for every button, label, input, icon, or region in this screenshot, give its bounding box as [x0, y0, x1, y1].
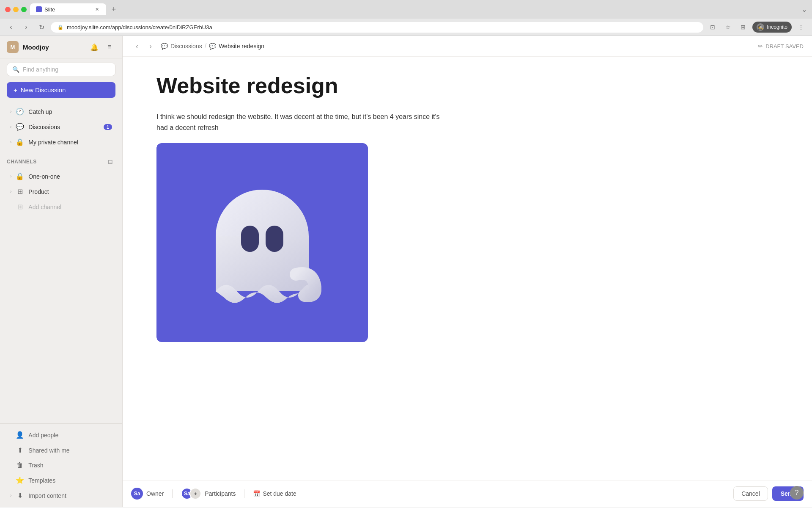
search-icon: 🔍: [12, 66, 19, 73]
breadcrumb: 💬 Discussions / 💬 Website redesign: [161, 42, 264, 50]
add-channel-label: Add channel: [28, 204, 112, 210]
app-container: M Moodjoy 🔔 ≡ 🔍 Find anything + New Disc…: [0, 36, 812, 507]
expand-icon: ›: [10, 140, 11, 144]
sidebar-item-import-content[interactable]: › ⬇ Import content: [3, 488, 119, 503]
search-box[interactable]: 🔍 Find anything: [7, 63, 115, 76]
reload-button[interactable]: ↻: [36, 21, 47, 33]
new-discussion-label: New Discussion: [21, 86, 66, 94]
svg-rect-3: [266, 226, 283, 252]
channels-action-button[interactable]: ⊟: [105, 157, 115, 167]
import-content-label: Import content: [28, 492, 66, 499]
catch-up-label: Catch up: [28, 108, 112, 115]
bookmark-button[interactable]: ☆: [722, 21, 734, 33]
active-tab[interactable]: Slite ✕: [30, 3, 106, 15]
close-window-button[interactable]: [5, 7, 11, 12]
sidebar-item-catch-up[interactable]: › 🕐 Catch up: [3, 104, 119, 119]
sidebar-toggle-button[interactable]: ≡: [104, 41, 115, 53]
shared-with-me-label: Shared with me: [28, 447, 69, 454]
expand-icon: ›: [10, 493, 11, 498]
back-button[interactable]: ‹: [5, 21, 17, 33]
calendar-icon: 📅: [253, 490, 260, 497]
image-block: [156, 143, 368, 342]
tab-close-button[interactable]: ✕: [93, 6, 100, 13]
browser-addressbar: ‹ › ↻ 🔒 moodjoy.slite.com/app/discussion…: [0, 19, 812, 36]
sidebar-item-add-people[interactable]: › 👤 Add people: [3, 428, 119, 442]
discussion-body[interactable]: I think we should redesign the website. …: [156, 111, 453, 133]
minimize-window-button[interactable]: [13, 7, 19, 12]
tab-bar: Slite ✕ +: [30, 3, 798, 15]
expand-icon: ›: [10, 174, 11, 179]
private-channel-label: My private channel: [28, 139, 112, 146]
catch-up-icon: 🕐: [16, 108, 24, 116]
owner-item[interactable]: Sa Owner: [131, 488, 164, 500]
menu-button[interactable]: ⋮: [795, 21, 807, 33]
url-text: moodjoy.slite.com/app/discussions/create…: [67, 24, 212, 30]
discussions-breadcrumb-icon: 💬: [161, 43, 168, 50]
breadcrumb-separator: /: [205, 42, 206, 50]
toolbar-right: ✏ DRAFT SAVED: [758, 43, 804, 50]
profile-button[interactable]: ⊞: [737, 21, 749, 33]
svg-rect-2: [241, 226, 259, 252]
add-people-icon: 👤: [16, 431, 24, 439]
lock-icon: 🔒: [58, 25, 63, 30]
toolbar-nav: ‹ ›: [131, 40, 156, 52]
sidebar-item-one-on-one[interactable]: › 🔒 One-on-one: [3, 169, 119, 184]
sidebar-item-trash[interactable]: › 🗑 Trash: [3, 458, 119, 472]
draft-saved-label: DRAFT SAVED: [765, 43, 804, 50]
owner-initials: Sa: [134, 491, 140, 497]
product-icon: ⊞: [16, 188, 24, 196]
sidebar-item-templates[interactable]: › ⭐ Templates: [3, 473, 119, 488]
owner-label: Owner: [146, 490, 164, 497]
sidebar-item-add-channel[interactable]: › ⊞ Add channel: [3, 199, 119, 214]
sidebar-item-private-channel[interactable]: › 🔒 My private channel: [3, 135, 119, 149]
trash-icon: 🗑: [16, 461, 24, 469]
expand-icon: ›: [10, 124, 11, 129]
templates-label: Templates: [28, 477, 55, 484]
discussions-icon: 💬: [16, 123, 24, 131]
nav-back-button[interactable]: ‹: [131, 40, 143, 52]
expand-icon: ›: [10, 189, 11, 194]
workspace-avatar: M: [7, 41, 19, 53]
due-date-label: Set due date: [263, 490, 296, 497]
address-bar[interactable]: 🔒 moodjoy.slite.com/app/discussions/crea…: [51, 22, 703, 33]
lock-icon: 🔒: [16, 172, 24, 180]
help-button[interactable]: ?: [790, 486, 804, 500]
current-page-title: Website redesign: [219, 43, 264, 50]
due-date-button[interactable]: 📅 Set due date: [253, 490, 296, 497]
participant-avatars: Sa +: [181, 488, 201, 500]
channels-section-title: Channels: [7, 159, 37, 165]
add-participant-button[interactable]: +: [189, 488, 201, 500]
current-page-icon: 💬: [209, 43, 216, 50]
sidebar-header: M Moodjoy 🔔 ≡: [0, 36, 122, 58]
participants-item[interactable]: Sa + Participants: [181, 488, 236, 500]
traffic-lights: [5, 7, 27, 12]
sidebar-item-discussions[interactable]: › 💬 Discussions 1: [3, 119, 119, 134]
slite-logo-image: [156, 143, 368, 342]
forward-button[interactable]: ›: [20, 21, 32, 33]
add-people-label: Add people: [28, 432, 58, 439]
new-tab-button[interactable]: +: [108, 3, 120, 15]
new-discussion-button[interactable]: + New Discussion: [7, 82, 115, 98]
import-icon: ⬇: [16, 491, 24, 500]
discussion-title[interactable]: Website redesign: [156, 74, 778, 98]
lock-icon: 🔒: [16, 138, 24, 146]
participants-label: Participants: [205, 490, 236, 497]
tabs-expand-button[interactable]: ⌄: [801, 6, 807, 14]
breadcrumb-discussions[interactable]: 💬 Discussions: [161, 43, 202, 50]
new-discussion-section: + New Discussion: [7, 82, 115, 98]
notifications-button[interactable]: 🔔: [88, 41, 100, 53]
nav-forward-button[interactable]: ›: [145, 40, 156, 52]
separator-2: [244, 489, 244, 498]
bottom-bar: Sa Owner Sa + Participants 📅 Set due dat…: [123, 480, 812, 507]
cast-button[interactable]: ⊡: [707, 21, 719, 33]
plus-icon: +: [14, 86, 17, 94]
svg-rect-1: [216, 236, 309, 291]
discussions-label: Discussions: [28, 124, 99, 130]
sidebar-item-product[interactable]: › ⊞ Product: [3, 184, 119, 199]
discussion-content: Website redesign I think we should redes…: [123, 57, 812, 480]
workspace-name: Moodjoy: [23, 44, 84, 51]
draft-icon: ✏: [758, 43, 763, 50]
sidebar-item-shared-with-me[interactable]: › ⬆ Shared with me: [3, 443, 119, 458]
cancel-button[interactable]: Cancel: [733, 486, 768, 501]
maximize-window-button[interactable]: [21, 7, 27, 12]
